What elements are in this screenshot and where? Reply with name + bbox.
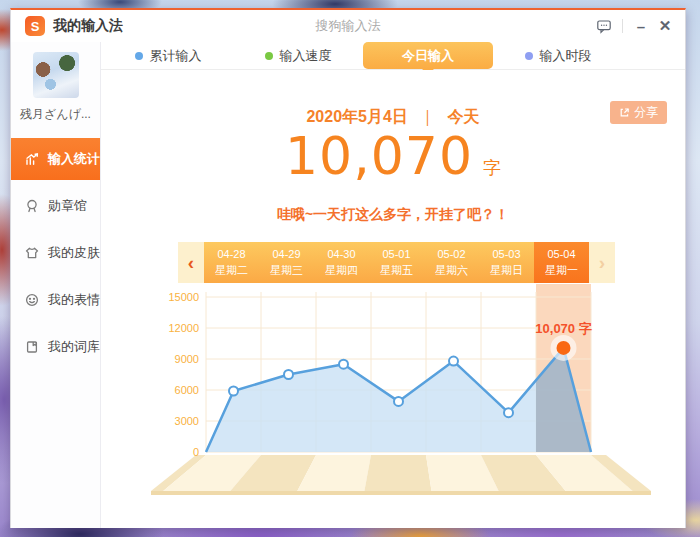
avatar[interactable] <box>33 52 79 98</box>
tab-label: 今日输入 <box>402 47 454 65</box>
tab-dot <box>525 52 533 60</box>
svg-text:3000: 3000 <box>175 415 199 427</box>
cell-date: 04-29 <box>259 246 314 262</box>
date-cell-04-29[interactable]: 04-29星期三 <box>259 242 314 283</box>
tab-today[interactable]: 今日输入 <box>363 42 493 69</box>
sidebar-menu: 输入统计勋章馆我的皮肤我的表情我的词库 <box>11 138 100 368</box>
titlebar-divider <box>622 19 623 33</box>
sidebar-item-stats[interactable]: 输入统计 <box>11 138 100 180</box>
feedback-button[interactable] <box>592 15 616 37</box>
date-cell-04-28[interactable]: 04-28星期二 <box>204 242 259 283</box>
stats-chart-icon <box>24 151 40 167</box>
sidebar-item-label: 我的词库 <box>48 338 100 356</box>
cell-date: 04-28 <box>204 246 259 262</box>
tab-cumulative[interactable]: 累计输入 <box>103 42 233 69</box>
cell-weekday: 星期六 <box>424 262 479 278</box>
logo-letter: S <box>31 19 40 34</box>
medal-icon <box>24 198 40 214</box>
close-button[interactable]: ✕ <box>653 15 677 37</box>
cell-date: 05-03 <box>479 246 534 262</box>
date-cell-05-02[interactable]: 05-02星期六 <box>424 242 479 283</box>
smiley-icon <box>24 292 40 308</box>
svg-text:6000: 6000 <box>175 384 199 396</box>
tab-label: 输入时段 <box>540 47 592 65</box>
cell-date: 05-02 <box>424 246 479 262</box>
window-title: 我的输入法 <box>53 17 123 35</box>
main-panel: 累计输入输入速度今日输入输入时段 分享 2020年5月4日｜今天 <box>101 42 685 528</box>
svg-text:15000: 15000 <box>168 291 199 303</box>
sidebar-item-label: 勋章馆 <box>48 197 87 215</box>
typing-chart: 10,070 字03000600090001200015000 <box>151 284 661 504</box>
cell-date: 04-30 <box>314 246 369 262</box>
today-count: 10,070字 <box>101 126 685 186</box>
sidebar-item-label: 输入统计 <box>48 150 100 168</box>
date-text: 2020年5月4日 <box>306 108 407 125</box>
date-cells: 04-28星期二04-29星期三04-30星期四05-01星期五05-02星期六… <box>204 242 589 283</box>
date-cell-05-01[interactable]: 05-01星期五 <box>369 242 424 283</box>
svg-text:12000: 12000 <box>168 322 199 334</box>
sidebar-item-label: 我的表情 <box>48 291 100 309</box>
sidebar-item-label: 我的皮肤 <box>48 244 100 262</box>
cell-weekday: 星期五 <box>369 262 424 278</box>
tab-label: 累计输入 <box>150 47 202 65</box>
date-cell-05-03[interactable]: 05-03星期日 <box>479 242 534 283</box>
tabs: 累计输入输入速度今日输入输入时段 <box>101 42 685 70</box>
titlebar: S 我的输入法 搜狗输入法 – ✕ <box>11 10 685 42</box>
cell-weekday: 星期二 <box>204 262 259 278</box>
date-cell-04-30[interactable]: 04-30星期四 <box>314 242 369 283</box>
today-label: 今天 <box>448 108 480 125</box>
sidebar-item-medals[interactable]: 勋章馆 <box>11 185 100 227</box>
svg-text:9000: 9000 <box>175 353 199 365</box>
app-window: S 我的输入法 搜狗输入法 – ✕ <box>10 8 686 528</box>
sidebar-item-lexicon[interactable]: 我的词库 <box>11 326 100 368</box>
cell-weekday: 星期日 <box>479 262 534 278</box>
tab-speed[interactable]: 输入速度 <box>233 42 363 69</box>
date-separator: ｜ <box>420 108 436 125</box>
count-unit: 字 <box>483 158 501 178</box>
count-value: 10,070 <box>285 126 473 186</box>
minimize-button[interactable]: – <box>629 15 653 37</box>
sidebar-item-skins[interactable]: 我的皮肤 <box>11 232 100 274</box>
cell-weekday: 星期四 <box>314 262 369 278</box>
date-line: 2020年5月4日｜今天 <box>101 107 685 128</box>
cell-weekday: 星期一 <box>534 262 589 278</box>
cell-date: 05-01 <box>369 246 424 262</box>
date-cell-05-04[interactable]: 05-04星期一 <box>534 242 589 283</box>
cell-weekday: 星期三 <box>259 262 314 278</box>
cell-date: 05-04 <box>534 246 589 262</box>
tab-dot <box>135 52 143 60</box>
date-strip: ‹ 04-28星期二04-29星期三04-30星期四05-01星期五05-02星… <box>178 242 615 283</box>
content: 分享 2020年5月4日｜今天 10,070字 哇哦~一天打这么多字，开挂了吧？… <box>101 70 685 528</box>
window-controls: – ✕ <box>592 15 685 37</box>
svg-text:0: 0 <box>193 446 199 458</box>
feedback-bubble-icon <box>596 19 612 34</box>
svg-text:10,070 字: 10,070 字 <box>535 321 591 336</box>
sidebar-item-emotes[interactable]: 我的表情 <box>11 279 100 321</box>
prev-week-button[interactable]: ‹ <box>178 242 204 283</box>
book-icon <box>24 339 40 355</box>
next-week-button[interactable]: › <box>589 242 615 283</box>
sidebar: 残月ざんげ... 输入统计勋章馆我的皮肤我的表情我的词库 <box>11 42 101 528</box>
tab-label: 输入速度 <box>280 47 332 65</box>
app-logo-icon: S <box>25 16 45 36</box>
praise-message: 哇哦~一天打这么多字，开挂了吧？！ <box>101 206 685 224</box>
tab-period[interactable]: 输入时段 <box>493 42 623 69</box>
tshirt-icon <box>24 245 40 261</box>
tab-dot <box>265 52 273 60</box>
username: 残月ざんげ... <box>11 106 100 123</box>
